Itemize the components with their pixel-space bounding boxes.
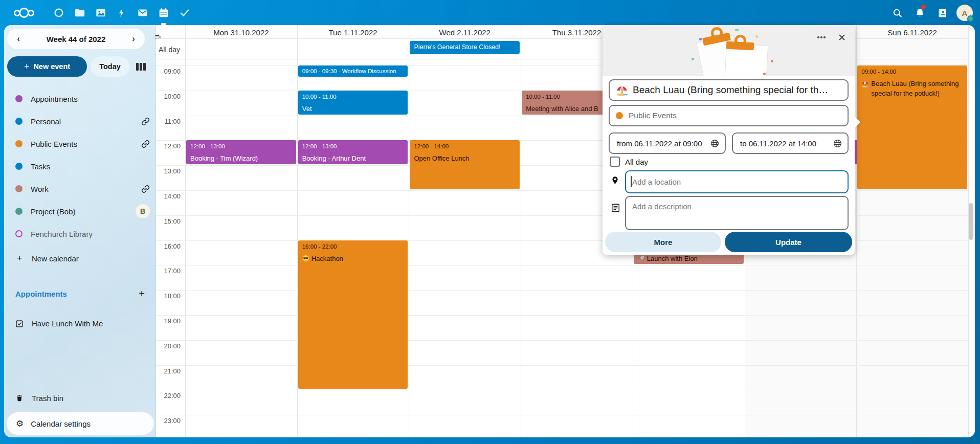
hour-label: 14:00 <box>156 192 181 200</box>
next-week-button[interactable]: › <box>122 29 145 49</box>
event-booking-tim-wizard-[interactable]: 12:00 - 13:00Booking - Tim (Wizard) <box>186 140 296 164</box>
actions-row: + New event Today <box>7 56 146 77</box>
previous-week-button[interactable]: ‹ <box>7 29 30 49</box>
plus-icon: + <box>15 253 24 264</box>
hour-label: 13:00 <box>156 167 181 175</box>
appointments-heading: Appointments + <box>15 288 145 300</box>
calendar-label: Personal <box>31 117 61 126</box>
start-datetime-input[interactable]: from 06.11.2022 at 09:00 <box>609 132 726 154</box>
event-time: 12:00 - 13:00 <box>302 143 404 149</box>
link-icon[interactable] <box>141 117 150 126</box>
shared-user-avatar: B <box>136 204 150 218</box>
columns-view-icon[interactable] <box>136 63 146 71</box>
app-navigation <box>48 0 195 26</box>
trash-bin-button[interactable]: Trash bin <box>4 387 156 409</box>
calendar-item-project-bob-[interactable]: Project (Bob)B <box>4 200 156 223</box>
tasks-app-icon[interactable] <box>174 0 195 26</box>
topbar-right: A <box>886 0 976 26</box>
close-icon[interactable]: ✕ <box>834 30 850 45</box>
files-app-icon[interactable] <box>69 0 90 26</box>
avatar[interactable]: A <box>953 0 976 26</box>
day-header-sun[interactable]: Sun 6.11.2022 <box>856 28 968 37</box>
new-event-button[interactable]: + New event <box>7 56 87 77</box>
globe-icon[interactable] <box>833 139 842 148</box>
calendar-item-public-events[interactable]: Public Events <box>4 132 156 155</box>
vertical-scrollbar-thumb[interactable] <box>969 203 973 240</box>
new-calendar-button[interactable]: + New calendar <box>4 247 156 270</box>
text-caret <box>631 176 632 187</box>
calendar-select[interactable]: Public Events <box>609 105 849 126</box>
day-header-mon[interactable]: Mon 31.10.2022 <box>185 28 297 37</box>
hour-label: 19:00 <box>156 317 181 325</box>
hour-gridline <box>156 290 968 291</box>
event-title-input[interactable]: Beach Luau (Bring something special for … <box>609 79 849 101</box>
hour-label: 12:00 <box>156 142 181 150</box>
bell-icon[interactable] <box>908 0 931 26</box>
calendar-settings-button[interactable]: ⚙ Calendar settings <box>7 412 154 435</box>
logo-circle <box>19 8 29 18</box>
week-navigation: ‹ Week 44 of 2022 › <box>7 29 145 49</box>
link-icon[interactable] <box>141 140 150 148</box>
day-header-tue[interactable]: Tue 1.11.2022 <box>297 28 409 37</box>
column-divider <box>856 25 857 437</box>
calendar-item-tasks[interactable]: Tasks <box>4 155 156 177</box>
hour-label: 18:00 <box>156 292 181 300</box>
event-title: Booking - Arthur Dent <box>302 153 404 163</box>
calendar-color-dot <box>15 208 23 215</box>
photos-app-icon[interactable] <box>90 0 111 26</box>
end-datetime-input[interactable]: to 06.11.2022 at 14:00 <box>732 132 849 154</box>
event-beach-luau-bring-something-spe[interactable]: 09:00 - 14:00Beach Luau (Bring something… <box>857 65 967 189</box>
add-appointment-button[interactable]: + <box>139 288 145 300</box>
event-booking-arthur-dent[interactable]: 12:00 - 13:00Booking - Arthur Dent <box>298 140 408 164</box>
mail-app-icon[interactable] <box>132 0 153 26</box>
appointment-item[interactable]: Have Lunch With Me <box>4 312 156 335</box>
event-time: 09:00 - 14:00 <box>861 69 963 75</box>
globe-icon[interactable] <box>710 139 720 148</box>
calendar-item-appointments[interactable]: Appointments <box>4 87 156 110</box>
hour-label: 17:00 <box>156 267 181 275</box>
calendar-color-dot <box>616 112 623 119</box>
sidebar: ‹ Week 44 of 2022 › + New event Today Ap… <box>4 25 156 437</box>
search-icon[interactable] <box>886 0 908 26</box>
all-day-event[interactable]: Pierre's General Store Closed! <box>410 41 520 54</box>
description-input[interactable] <box>625 196 849 230</box>
event-workflow-discussion[interactable]: 09:00 - 09:30 - Workflow Discussion <box>298 65 408 77</box>
activity-app-icon[interactable] <box>111 0 132 26</box>
calendar-color-dot <box>15 230 23 237</box>
column-divider <box>409 25 409 437</box>
calendar-color-dot <box>15 140 23 147</box>
column-divider <box>297 25 298 437</box>
hour-gridline <box>156 390 968 390</box>
link-icon[interactable] <box>141 185 150 193</box>
calendar-item-personal[interactable]: Personal <box>4 110 156 132</box>
notification-badge <box>921 5 926 9</box>
location-input[interactable] <box>625 170 849 193</box>
all-day-checkbox[interactable] <box>610 157 620 167</box>
calendar-app-icon[interactable] <box>153 0 174 26</box>
collapse-all-day-icon[interactable]: ≡‹ <box>155 32 161 41</box>
event-time: 12:00 - 13:00 <box>190 143 292 149</box>
event-open-office-lunch[interactable]: 12:00 - 14:00Open Office Lunch <box>410 140 520 189</box>
update-button[interactable]: Update <box>725 232 852 252</box>
event-editor-popup: ✕ Beach Luau (Bring something special fo… <box>603 25 855 255</box>
calendar-color-dot <box>15 185 23 192</box>
nextcloud-logo[interactable] <box>8 8 40 18</box>
calendar-check-icon <box>15 319 24 328</box>
topbar: A <box>0 0 980 26</box>
day-header-wed[interactable]: Wed 2.11.2022 <box>409 28 521 37</box>
calendar-item-work[interactable]: Work <box>4 177 156 200</box>
dashboard-app-icon[interactable] <box>48 0 69 26</box>
contacts-icon[interactable] <box>931 0 953 26</box>
all-day-label: All day <box>625 158 648 166</box>
event-vet[interactable]: 10:00 - 11:00Vet <box>298 91 408 115</box>
end-datetime-value: to 06.11.2022 at 14:00 <box>740 139 816 148</box>
column-divider <box>185 25 186 437</box>
kebab-menu-icon[interactable] <box>814 30 829 45</box>
event-title: Booking - Tim (Wizard) <box>190 153 292 163</box>
calendar-item-fenchurch-library[interactable]: Fenchurch Library <box>4 223 156 245</box>
week-label[interactable]: Week 44 of 2022 <box>47 35 106 43</box>
event-hackathon[interactable]: 16:00 - 22:00Hackathon <box>298 240 408 389</box>
more-button[interactable]: More <box>605 232 721 252</box>
today-button[interactable]: Today <box>91 56 129 77</box>
event-title: Hackathon <box>302 254 404 264</box>
